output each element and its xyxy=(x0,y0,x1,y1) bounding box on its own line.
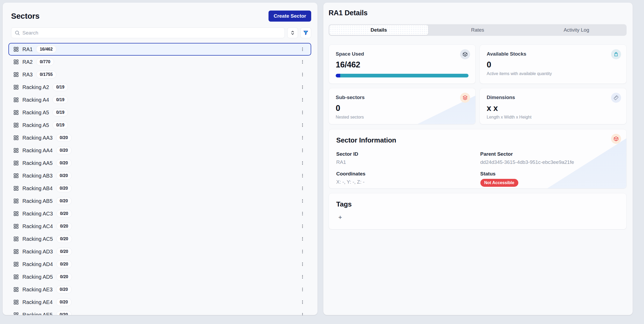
grid-icon xyxy=(13,287,19,292)
space-used-label: Space Used xyxy=(336,51,469,57)
status-badge: Not Accessible xyxy=(480,179,518,187)
grid-icon xyxy=(13,122,19,128)
row-menu-button[interactable] xyxy=(299,260,306,268)
sector-row-label: Racking AA3 xyxy=(22,135,53,141)
space-used-progress-used xyxy=(336,74,340,77)
status-label: Status xyxy=(480,171,619,177)
row-menu-button[interactable] xyxy=(299,134,306,142)
dimensions-subtitle: Length x Width x Height xyxy=(487,115,619,120)
dimensions-label: Dimensions xyxy=(487,95,619,100)
sector-row[interactable]: Racking AA5 0/20 xyxy=(8,157,311,169)
sector-information-card: Sector Information Sector ID RA1 Parent … xyxy=(329,129,627,189)
sector-row[interactable]: Racking AC5 0/20 xyxy=(8,233,311,245)
sub-sectors-card: Sub-sectors 0 Nested sectors xyxy=(329,88,476,124)
sector-row-label: Racking AC5 xyxy=(22,236,53,242)
sectors-panel: Sectors Create Sector xyxy=(3,3,318,315)
row-menu-button[interactable] xyxy=(299,121,306,129)
grid-icon xyxy=(13,84,19,90)
sector-row-label: Racking A5 xyxy=(22,122,49,128)
row-menu-button[interactable] xyxy=(299,222,306,230)
row-menu-button[interactable] xyxy=(299,83,306,91)
sector-row-label: Racking A4 xyxy=(22,97,49,103)
sector-row[interactable]: Racking AB4 0/20 xyxy=(8,182,311,195)
sector-row[interactable]: Racking AC3 0/20 xyxy=(8,207,311,220)
row-menu-button[interactable] xyxy=(299,197,306,205)
sector-capacity-badge: 0/20 xyxy=(56,235,72,243)
row-menu-button[interactable] xyxy=(299,184,306,192)
sector-capacity-badge: 16/462 xyxy=(36,45,56,53)
sector-capacity-badge: 0/20 xyxy=(56,248,72,256)
row-menu-button[interactable] xyxy=(299,45,306,53)
tab[interactable]: Rates xyxy=(428,25,527,35)
grid-icon xyxy=(13,97,19,103)
sector-capacity-badge: 0/20 xyxy=(56,210,72,218)
sub-sectors-subtitle: Nested sectors xyxy=(336,115,469,120)
sort-button[interactable] xyxy=(287,27,298,38)
search-input[interactable] xyxy=(11,27,285,38)
filter-button[interactable] xyxy=(300,27,311,38)
sector-row[interactable]: Racking AE4 0/20 xyxy=(8,296,311,308)
dimensions-value: x x xyxy=(487,104,619,113)
sector-row[interactable]: Racking A4 0/19 xyxy=(8,94,311,106)
sector-id-field: Sector ID RA1 xyxy=(336,151,475,165)
sector-row[interactable]: Racking AA4 0/20 xyxy=(8,144,311,157)
sector-capacity-badge: 0/19 xyxy=(52,96,68,104)
row-menu-button[interactable] xyxy=(299,71,306,78)
sector-list: RA1 16/462 RA2 0/770 xyxy=(3,43,318,315)
sector-row[interactable]: Racking AD3 0/20 xyxy=(8,245,311,258)
sector-capacity-badge: 0/19 xyxy=(52,109,68,116)
tab[interactable]: Activity Log xyxy=(527,25,626,35)
sub-sectors-value: 0 xyxy=(336,104,469,113)
sector-row[interactable]: Racking A5 0/19 xyxy=(8,106,311,119)
chevrons-up-down-icon xyxy=(290,30,295,35)
create-sector-button[interactable]: Create Sector xyxy=(269,11,311,22)
row-menu-button[interactable] xyxy=(299,172,306,180)
tags-card: Tags + xyxy=(329,193,627,229)
row-menu-button[interactable] xyxy=(299,286,306,293)
row-menu-button[interactable] xyxy=(299,248,306,256)
sector-capacity-badge: 0/20 xyxy=(56,172,72,180)
sector-row[interactable]: RA3 0/1755 xyxy=(8,68,311,81)
row-menu-button[interactable] xyxy=(299,210,306,218)
sector-row[interactable]: Racking AA3 0/20 xyxy=(8,131,311,144)
grid-icon xyxy=(13,249,19,254)
sector-row[interactable]: Racking AD4 0/20 xyxy=(8,258,311,271)
sector-row[interactable]: RA1 16/462 xyxy=(8,43,311,56)
sector-row[interactable]: Racking AB5 0/20 xyxy=(8,195,311,207)
row-menu-button[interactable] xyxy=(299,146,306,154)
sector-row[interactable]: Racking AD5 0/20 xyxy=(8,271,311,283)
app-root: { "left_panel": { "title": "Sectors", "c… xyxy=(0,0,644,324)
sector-row-label: Racking AC3 xyxy=(22,211,53,217)
row-menu-button[interactable] xyxy=(299,58,306,66)
grid-icon xyxy=(13,261,19,267)
sector-row[interactable]: Racking A2 0/19 xyxy=(8,81,311,94)
row-menu-button[interactable] xyxy=(299,273,306,281)
sectors-header: Sectors Create Sector xyxy=(3,3,318,22)
sector-row[interactable]: Racking AB3 0/20 xyxy=(8,169,311,182)
grid-icon xyxy=(13,173,19,179)
sector-row[interactable]: Racking A5 0/19 xyxy=(8,119,311,131)
sector-row[interactable]: Racking AC4 0/20 xyxy=(8,220,311,233)
row-menu-button[interactable] xyxy=(299,159,306,167)
grid-icon xyxy=(13,198,19,204)
grid-icon xyxy=(13,135,19,141)
sector-information-title: Sector Information xyxy=(336,136,619,144)
sector-row[interactable]: Racking AE3 0/20 xyxy=(8,283,311,296)
sector-row[interactable]: Racking AE5 0/20 xyxy=(8,308,311,315)
add-tag-button[interactable]: + xyxy=(336,214,344,222)
sector-row-label: Racking A5 xyxy=(22,110,49,116)
coordinates-value: X: -, Y: -, Z: - xyxy=(336,179,475,185)
row-menu-button[interactable] xyxy=(299,96,306,104)
package-cube-icon xyxy=(460,49,470,59)
tags-title: Tags xyxy=(336,200,619,208)
sector-row[interactable]: RA2 0/770 xyxy=(8,56,311,68)
row-menu-button[interactable] xyxy=(299,235,306,243)
stats-row-2: Sub-sectors 0 Nested sectors Dimensions … xyxy=(329,88,627,124)
sector-capacity-badge: 0/770 xyxy=(36,58,54,66)
tab[interactable]: Details xyxy=(329,25,428,35)
layers-icon xyxy=(460,93,470,103)
row-menu-button[interactable] xyxy=(299,109,306,116)
available-stocks-label: Available Stocks xyxy=(487,51,619,57)
row-menu-button[interactable] xyxy=(299,311,306,315)
row-menu-button[interactable] xyxy=(299,298,306,306)
